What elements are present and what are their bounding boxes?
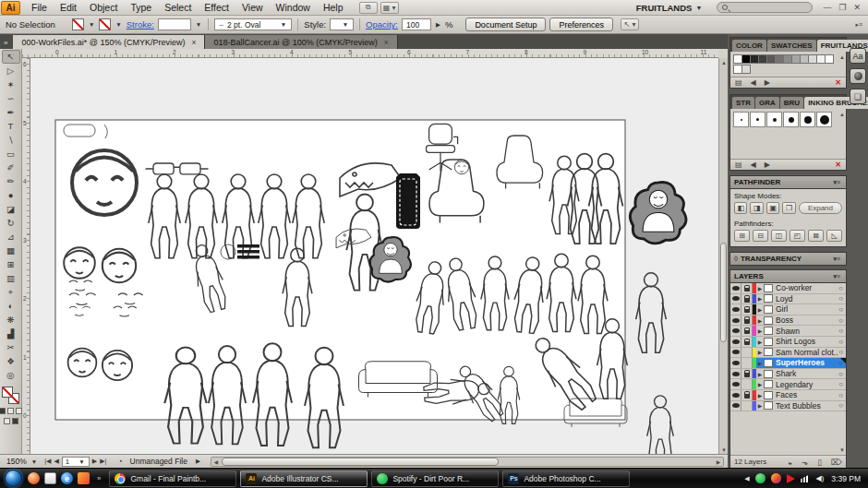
crop-icon[interactable]: ◰ [790,230,805,242]
layers-header[interactable]: LAYERS ▾≡ [729,269,847,283]
target-circle-icon[interactable]: ○ [838,316,846,325]
spotify-tray-icon[interactable] [755,473,766,483]
tool-button[interactable]: ❖ [2,354,20,368]
tool-button[interactable]: ✂ [2,340,20,354]
arrange-documents-icon[interactable]: ▦ ▾ [380,2,399,14]
disclosure-triangle-icon[interactable]: ▶ [756,306,764,313]
volume-icon[interactable]: ◀) [816,474,825,482]
menu-item[interactable]: Help [317,0,350,15]
previous-icon[interactable]: ◀ [751,78,756,87]
fill-swatch[interactable] [72,18,84,30]
layer-row[interactable]: ▶ Shark ○ [730,369,846,380]
outline-icon[interactable]: ⊠ [808,230,824,242]
previous-icon[interactable]: ◀ [751,161,756,169]
scroll-up-icon[interactable]: ▲ [839,54,845,60]
tool-button[interactable]: ◎ [2,368,20,382]
visibility-toggle[interactable] [730,337,741,347]
layer-row[interactable]: ▶ Girl ○ [730,304,846,315]
layer-name[interactable]: Shark [776,369,838,378]
taskbar-button[interactable]: Adobe Illustrator CS... [240,470,368,487]
opacity-spinner-icon[interactable]: ▶ [435,21,441,29]
previous-page-icon[interactable]: ◀ [54,458,58,465]
visibility-toggle[interactable] [730,304,741,315]
minimize-button[interactable]: — [823,3,831,12]
media-player-icon[interactable] [78,472,90,484]
none-mode-icon[interactable] [16,408,22,414]
control-panel-menu-icon[interactable]: ▸≡ [855,21,862,29]
graphic-styles-panel-icon[interactable]: ❏ [850,89,866,104]
target-circle-icon[interactable]: ○ [838,391,846,399]
close-tab-icon[interactable]: × [191,38,196,47]
brush[interactable] [733,112,749,127]
document-setup-button[interactable]: Document Setup [465,18,546,31]
internet-explorer-icon[interactable]: e [61,472,73,484]
vertical-ruler[interactable]: 6543210 [22,58,30,454]
stroke-swatch[interactable] [99,18,111,30]
brush-definition-combo[interactable]: – 2 pt. Oval ▼ [214,18,292,30]
swatch-libraries-icon[interactable]: ▤ [735,78,742,87]
close-tab-icon[interactable]: × [384,38,389,47]
layer-name[interactable]: Girl [776,304,838,314]
brush[interactable] [766,112,782,127]
tray-expand-icon[interactable]: ◀ [744,475,749,482]
tool-button[interactable]: T [2,119,20,133]
tab-overflow-icon[interactable]: » [0,39,13,49]
search-input[interactable] [730,3,804,12]
disclosure-triangle-icon[interactable]: ▶ [756,327,764,334]
next-page-icon[interactable]: ▶ [92,458,97,465]
stroke-link[interactable]: Stroke: [127,19,154,30]
menu-item[interactable]: Effect [198,0,235,15]
lock-toggle[interactable] [741,401,753,411]
visibility-toggle[interactable] [730,294,741,304]
visibility-toggle[interactable] [730,348,741,358]
style-combo[interactable]: ▼ [330,18,354,30]
panel-tab[interactable]: GRA [755,97,779,109]
layer-name[interactable]: Loyd [776,294,838,304]
new-layer-icon[interactable]: ▯ [817,458,822,467]
layer-name[interactable]: Shirt Logos [776,337,838,346]
panel-menu-icon[interactable]: ▾≡ [831,273,842,280]
search-box[interactable] [717,2,813,13]
scroll-left-icon[interactable]: ◀ [211,458,221,465]
network-icon[interactable] [801,474,811,482]
tool-button[interactable]: ✒ [2,105,20,119]
zoom-level-control[interactable]: 150% ▼ [4,457,41,466]
document-tab[interactable]: 018-BallCancer.ai @ 100% (CMYK/Preview) … [205,35,397,49]
delete-brush-icon[interactable]: ✕ [835,161,841,169]
new-sublayer-icon[interactable]: ⬎ [802,458,808,467]
disclosure-triangle-icon[interactable]: ▶ [756,285,764,292]
lock-toggle[interactable] [741,315,753,326]
transparency-header[interactable]: ◊ TRANSPARENCY ▾≡ [729,252,847,266]
visibility-toggle[interactable] [730,283,741,293]
gradient-mode-icon[interactable] [7,408,14,414]
exclude-icon[interactable]: ❒ [782,202,795,214]
layer-row[interactable]: ▶ Shirt Logos ○ [730,337,846,348]
swatch[interactable] [741,65,751,74]
tool-button[interactable]: ↻ [2,216,20,230]
layer-name[interactable]: Text Bubbles [776,401,838,411]
scroll-up-icon[interactable]: ▲ [839,112,845,117]
layer-name[interactable]: Shawn [776,327,838,336]
play-tray-icon[interactable] [787,474,795,483]
tool-button[interactable]: ▟ [2,327,20,340]
select-similar-icon[interactable]: ↖ ▾ [621,18,639,30]
layer-name[interactable]: Boss [776,315,838,325]
tool-button[interactable]: ⊿ [2,230,20,244]
swatch[interactable] [825,54,834,64]
stroke-dropdown-icon[interactable]: ▼ [115,21,122,28]
lock-toggle[interactable] [741,337,753,347]
lock-toggle[interactable] [741,379,753,389]
lock-toggle[interactable] [741,358,753,368]
attributes-panel-icon[interactable] [850,68,866,84]
menu-item[interactable]: Window [270,0,317,15]
stroke-weight-dropdown-icon[interactable]: ▼ [195,21,202,28]
stroke-weight-field[interactable] [158,18,191,30]
minus-back-icon[interactable]: ◺ [826,230,842,242]
visibility-toggle[interactable] [730,369,741,379]
horizontal-ruler[interactable]: 01234567891011 [22,49,718,58]
target-circle-icon[interactable]: ○ [838,284,846,292]
tool-button[interactable]: ⊞ [2,257,20,271]
screen-mode-icon[interactable] [12,418,18,424]
color-mode-icon[interactable] [0,408,6,414]
target-circle-icon[interactable]: ○ [838,380,846,388]
